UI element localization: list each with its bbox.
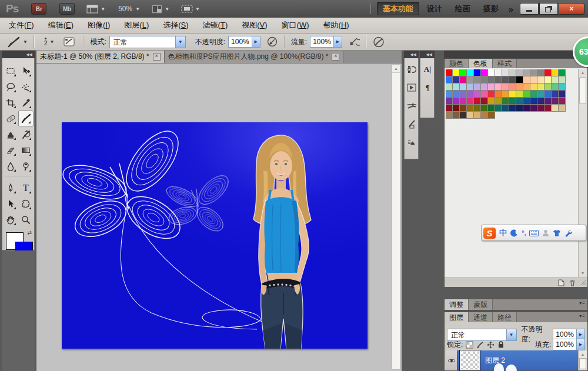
opacity-input[interactable]: 100% ▶ <box>228 36 260 48</box>
menu-item[interactable]: 图像(I) <box>82 20 115 31</box>
paragraph-panel-icon[interactable]: ¶ <box>420 81 435 95</box>
color-swatch[interactable] <box>509 105 516 112</box>
minimize-button[interactable] <box>520 3 539 15</box>
layers-tab[interactable]: 通道 <box>469 312 493 322</box>
color-swatch[interactable] <box>460 69 467 76</box>
layers-tab[interactable]: 路径 <box>493 312 517 322</box>
layer-visibility-toggle[interactable] <box>446 350 457 370</box>
character-panel-icon[interactable]: A| <box>420 62 435 76</box>
color-swatch[interactable] <box>502 91 509 98</box>
color-swatch[interactable] <box>467 112 474 119</box>
scroll-up-icon[interactable]: ▲ <box>579 69 587 76</box>
color-swatch[interactable] <box>488 76 495 83</box>
color-swatch[interactable] <box>516 69 523 76</box>
workspace-button[interactable]: 基本功能 <box>377 2 419 15</box>
color-swatch[interactable] <box>502 76 509 83</box>
screen-mode-button[interactable]: ▼ <box>181 5 200 13</box>
color-swatch[interactable] <box>446 91 453 98</box>
flow-input[interactable]: 100% ▶ <box>310 36 342 48</box>
scroll-up-icon[interactable]: ▲ <box>392 65 400 73</box>
color-swatch[interactable] <box>559 98 566 105</box>
panel-stack-collapse-button[interactable]: ◀◀ <box>444 51 588 58</box>
color-swatch[interactable] <box>516 83 523 91</box>
color-swatch[interactable] <box>502 83 509 91</box>
color-swatch[interactable] <box>559 91 566 98</box>
clone-stamp-tool[interactable] <box>3 126 18 142</box>
color-swatch[interactable] <box>467 105 474 112</box>
color-swatch[interactable] <box>474 83 481 91</box>
color-swatch[interactable] <box>467 98 474 105</box>
workspace-button[interactable]: 绘画 <box>450 2 476 15</box>
move-tool[interactable] <box>18 63 34 79</box>
adjustments-tab[interactable]: 调整 <box>445 299 469 310</box>
color-swatch[interactable] <box>488 98 495 105</box>
ime-punctuation-icon[interactable]: °, <box>522 229 526 236</box>
document-tab[interactable]: 色相饱和度PS应用图片人物.png @ 100%(RGB/8) *× <box>165 51 344 63</box>
color-swatch[interactable] <box>523 83 530 91</box>
color-swatch[interactable] <box>495 91 502 98</box>
swatches-tab[interactable]: 样式 <box>493 59 517 68</box>
color-swatch[interactable] <box>552 98 559 105</box>
menu-item[interactable]: 编辑(E) <box>43 20 79 31</box>
menu-item[interactable]: 文件(F) <box>4 20 39 31</box>
actions-panel-icon[interactable] <box>405 81 419 95</box>
ime-keyboard-icon[interactable] <box>529 230 539 236</box>
color-swatch[interactable] <box>559 76 566 83</box>
arrange-documents-button[interactable]: ▼ <box>152 5 169 14</box>
color-swatch[interactable] <box>509 98 516 105</box>
color-swatch[interactable] <box>537 105 544 112</box>
color-swatch[interactable] <box>552 83 559 91</box>
color-swatch[interactable] <box>460 112 467 119</box>
color-swatch[interactable] <box>467 76 474 83</box>
panel-menu-icon[interactable]: ▾≡ <box>579 300 586 306</box>
color-swatch[interactable] <box>460 105 467 112</box>
swatches-tab[interactable]: 颜色 <box>445 59 469 68</box>
sogou-logo[interactable]: S <box>483 228 496 239</box>
color-swatch[interactable] <box>552 105 559 112</box>
color-swatch[interactable] <box>530 98 537 105</box>
color-swatch[interactable] <box>537 83 544 91</box>
lock-pixels-icon[interactable] <box>476 341 484 349</box>
color-swatch[interactable] <box>481 76 488 83</box>
brush-size-preview[interactable]: 2 <box>44 38 48 46</box>
dock-collapse-button[interactable]: ◀◀ <box>404 51 419 58</box>
color-swatch[interactable] <box>453 105 460 112</box>
color-swatch[interactable] <box>488 105 495 112</box>
color-swatch[interactable] <box>530 105 537 112</box>
brush-picker-caret[interactable]: ▼ <box>49 39 54 45</box>
blur-tool[interactable] <box>3 158 18 174</box>
color-swatch[interactable] <box>495 83 502 91</box>
color-swatch[interactable] <box>537 98 544 105</box>
color-swatch[interactable] <box>559 83 566 91</box>
tab-close-icon[interactable]: × <box>153 53 161 61</box>
lock-all-icon[interactable] <box>497 340 505 349</box>
color-swatch[interactable] <box>523 91 530 98</box>
hand-tool[interactable] <box>3 212 18 228</box>
color-swatch[interactable] <box>523 69 530 76</box>
color-swatch[interactable] <box>467 91 474 98</box>
view-extras-button[interactable]: ▼ <box>86 5 105 14</box>
brush-tool[interactable] <box>18 111 34 126</box>
color-swatch[interactable] <box>481 105 488 112</box>
swatches-scrollbar[interactable]: ▲ ▼ <box>578 69 587 277</box>
history-panel-icon[interactable] <box>405 62 419 76</box>
color-swatch[interactable] <box>474 91 481 98</box>
swap-colors-icon[interactable]: ⇄ <box>27 230 32 236</box>
dock-collapse-button[interactable]: ◀◀ <box>420 51 435 58</box>
color-swatch[interactable] <box>509 91 516 98</box>
color-swatch[interactable] <box>530 91 537 98</box>
color-swatch[interactable] <box>516 76 523 83</box>
launch-mini-bridge-button[interactable]: Mb <box>59 3 75 15</box>
layers-tab[interactable]: 图层 <box>445 312 469 322</box>
color-swatch[interactable] <box>509 76 516 83</box>
color-swatch[interactable] <box>537 91 544 98</box>
toggle-brush-panel-button[interactable] <box>61 35 77 48</box>
color-swatch[interactable] <box>488 69 495 76</box>
delete-swatch-button[interactable] <box>569 279 576 286</box>
color-swatch[interactable] <box>446 105 453 112</box>
lasso-tool[interactable] <box>3 79 18 95</box>
color-swatch[interactable] <box>516 105 523 112</box>
menu-item[interactable]: 滤镜(T) <box>198 20 233 31</box>
color-swatch[interactable] <box>523 105 530 112</box>
color-swatch[interactable] <box>460 76 467 83</box>
